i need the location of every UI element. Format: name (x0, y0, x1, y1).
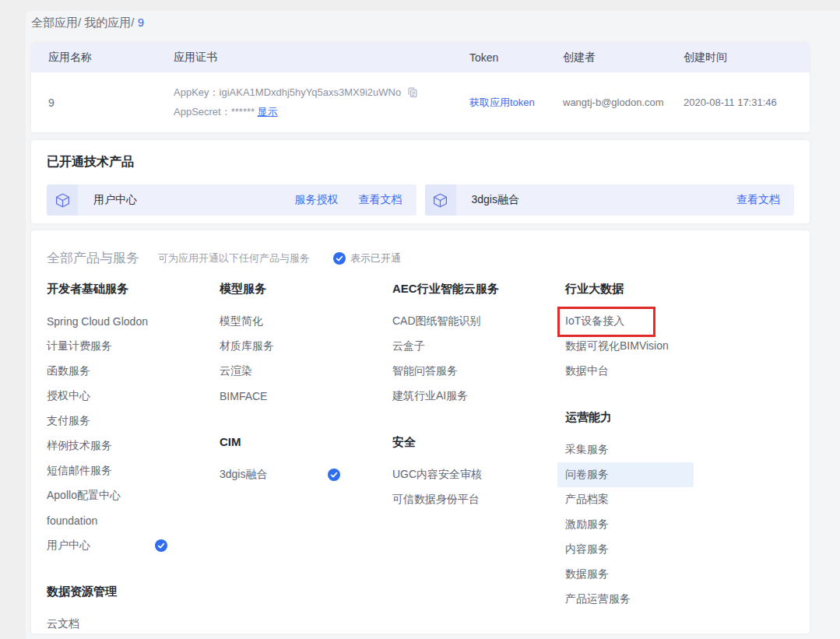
product-item-label: 可信数据身份平台 (392, 493, 480, 507)
table-header-row: 应用名称应用证书Token创建者创建时间 (31, 43, 810, 72)
product-group: 安全UGC内容安全审核可信数据身份平台 (392, 434, 565, 512)
product-item[interactable]: 智能问答服务 (385, 359, 521, 384)
breadcrumb-links: 全部应用/ 我的应用/ (31, 16, 138, 29)
content-area: 全部应用/ 我的应用/ 9 应用名称应用证书Token创建者创建时间 9 App… (26, 11, 840, 639)
product-item-label: 用户中心 (47, 539, 90, 553)
product-group-title: AEC行业智能云服务 (392, 280, 565, 297)
product-item-label: Apollo配置中心 (47, 489, 121, 503)
product-item[interactable]: 模型简化 (212, 309, 348, 334)
catalog-column: AEC行业智能云服务CAD图纸智能识别云盒子智能问答服务建筑行业AI服务安全UG… (392, 280, 565, 634)
product-group-title: 运营能力 (565, 409, 738, 426)
product-item-label: foundation (47, 514, 97, 527)
breadcrumb-link[interactable]: 全部应用/ (31, 16, 84, 29)
catalog-title: 全部产品与服务 (47, 249, 139, 267)
card-link[interactable]: 服务授权 (295, 193, 339, 207)
product-item[interactable]: UGC内容安全审核 (385, 462, 521, 487)
product-group: 开发者基础服务Spring Cloud Glodon计量计费服务函数服务授权中心… (47, 280, 220, 558)
product-item[interactable]: 授权中心 (39, 384, 175, 409)
catalog-legend-label: 表示已开通 (350, 251, 401, 265)
product-item-label: 云盒子 (392, 339, 425, 353)
activated-products-panel: 已开通技术产品 用户中心服务授权查看文档3dgis融合查看文档 (31, 140, 810, 223)
product-item[interactable]: 内容服务 (557, 537, 694, 562)
product-item-label: 数据服务 (565, 567, 609, 581)
product-item-label: 产品运营服务 (565, 592, 631, 606)
breadcrumb-current: 9 (138, 16, 144, 29)
product-item[interactable]: 数据中台 (557, 359, 694, 384)
catalog-header: 全部产品与服务 可为应用开通以下任何产品与服务 表示已开通 (47, 249, 794, 267)
product-item[interactable]: 计量计费服务 (39, 334, 175, 359)
product-item[interactable]: 样例技术服务 (39, 434, 175, 458)
product-item-label: 云渲染 (220, 364, 252, 378)
product-group-title: 数据资源管理 (47, 583, 220, 600)
product-card-links: 查看文档 (736, 193, 794, 207)
product-item[interactable]: 可信数据身份平台 (385, 487, 521, 512)
product-item[interactable]: foundation (39, 508, 175, 533)
product-item-label: 样例技术服务 (47, 439, 112, 453)
product-item[interactable]: 产品档案 (557, 487, 694, 512)
product-item[interactable]: 数据可视化BIMVision (557, 334, 694, 359)
product-card: 用户中心服务授权查看文档 (47, 184, 416, 216)
product-group-title: 模型服务 (220, 280, 392, 297)
product-item-label: 数据可视化BIMVision (565, 339, 669, 353)
product-group: 数据资源管理云文档 (47, 583, 220, 634)
product-item[interactable]: 数据服务 (557, 562, 694, 587)
product-item[interactable]: 采集服务 (557, 437, 694, 462)
product-item-label: BIMFACE (220, 390, 267, 402)
product-item-label: 问卷服务 (565, 468, 609, 482)
column-header: 创建时间 (684, 51, 810, 65)
product-item[interactable]: 云盒子 (385, 334, 521, 359)
product-item[interactable]: 3dgis融合 (212, 462, 348, 487)
catalog-column: 模型服务模型简化材质库服务云渲染BIMFACECIM3dgis融合 (220, 280, 392, 634)
product-group-title: CIM (220, 434, 392, 451)
product-item[interactable]: 用户中心 (39, 533, 175, 558)
product-card-name: 3dgis融合 (472, 193, 519, 207)
column-header: 创建者 (563, 51, 684, 65)
product-item[interactable]: 函数服务 (39, 359, 175, 384)
activated-check-icon (328, 469, 340, 481)
product-item[interactable]: BIMFACE (212, 384, 348, 409)
card-link[interactable]: 查看文档 (736, 193, 780, 207)
product-item[interactable]: 激励服务 (557, 512, 694, 537)
product-item[interactable]: 建筑行业AI服务 (385, 384, 521, 409)
product-group-title: 行业大数据 (565, 280, 738, 297)
product-item[interactable]: 云文档 (39, 612, 175, 634)
activated-cards-row: 用户中心服务授权查看文档3dgis融合查看文档 (47, 184, 794, 216)
product-group: 模型服务模型简化材质库服务云渲染BIMFACE (220, 280, 392, 409)
catalog-grid: 开发者基础服务Spring Cloud Glodon计量计费服务函数服务授权中心… (47, 280, 794, 634)
product-item-label: 短信邮件服务 (47, 464, 112, 478)
table-row: 9 AppKey：igiAKA1MDxdhj5hyYq5axs3MX9i2uWN… (31, 72, 810, 132)
product-item[interactable]: IoT设备接入 (557, 309, 694, 334)
product-item[interactable]: Spring Cloud Glodon (39, 309, 175, 334)
product-item[interactable]: 问卷服务 (557, 462, 694, 487)
breadcrumb-link[interactable]: 我的应用/ (84, 16, 137, 29)
product-item-label: 产品档案 (565, 493, 609, 507)
product-card-name: 用户中心 (93, 193, 137, 207)
app-cert-cell: AppKey：igiAKA1MDxdhj5hyYq5axs3MX9i2uWNo … (174, 84, 469, 121)
product-item[interactable]: CAD图纸智能识别 (385, 309, 521, 334)
product-item[interactable]: 短信邮件服务 (39, 458, 175, 483)
copy-icon[interactable] (406, 86, 418, 104)
product-item-label: 数据中台 (565, 364, 609, 378)
product-item-label: 内容服务 (565, 542, 609, 556)
product-item[interactable]: 云渲染 (212, 359, 348, 384)
appsecret-mask: ****** (231, 106, 255, 118)
product-item[interactable]: 材质库服务 (212, 334, 348, 359)
activated-check-icon (333, 252, 346, 265)
product-group: 行业大数据IoT设备接入数据可视化BIMVision数据中台 (565, 280, 738, 384)
product-group-title: 安全 (392, 434, 565, 451)
column-header: Token (469, 51, 563, 64)
breadcrumb: 全部应用/ 我的应用/ 9 (31, 16, 144, 30)
appkey-label: AppKey： (174, 86, 220, 98)
product-item[interactable]: 产品运营服务 (557, 587, 694, 612)
appsecret-label: AppSecret： (174, 106, 231, 118)
product-item-label: CAD图纸智能识别 (392, 314, 481, 328)
product-card: 3dgis融合查看文档 (425, 184, 795, 216)
product-item[interactable]: 支付服务 (39, 409, 175, 434)
get-token-link[interactable]: 获取应用token (469, 97, 535, 108)
product-item[interactable]: Apollo配置中心 (39, 483, 175, 508)
product-group-title: 开发者基础服务 (47, 280, 220, 297)
product-item-label: 计量计费服务 (47, 339, 112, 353)
show-secret-link[interactable]: 显示 (258, 106, 278, 118)
card-link[interactable]: 查看文档 (359, 193, 402, 207)
app-table-panel: 应用名称应用证书Token创建者创建时间 9 AppKey：igiAKA1MDx… (31, 43, 810, 132)
